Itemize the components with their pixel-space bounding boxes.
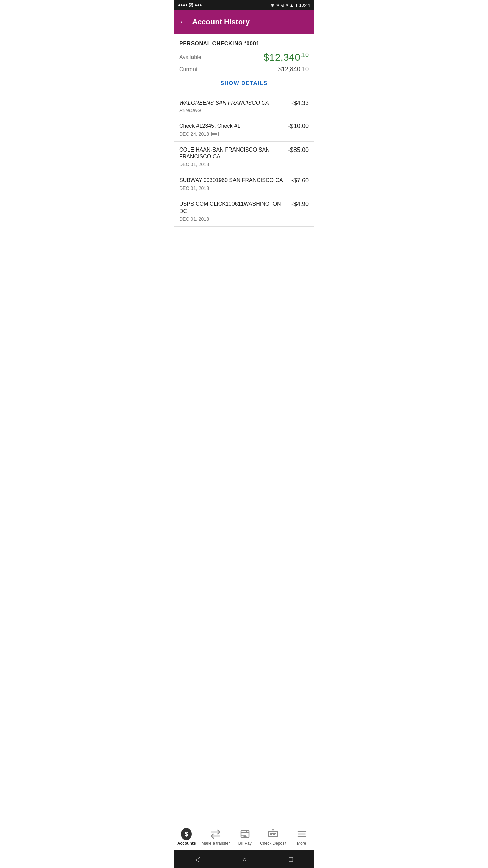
nav-label-billpay: Bill Pay [238, 841, 252, 846]
transaction-info: COLE HAAN-SAN FRANCISCO SAN FRANCISCO CA… [179, 146, 284, 167]
transaction-name: SUBWAY 00301960 SAN FRANCISCO CA [179, 177, 287, 184]
transfer-icon-container [210, 829, 221, 840]
transactions-list: WALGREENS SAN FRANCISCO CA PENDING -$4.3… [174, 95, 314, 825]
signal-dots: ●●●● [178, 3, 188, 7]
available-label: Available [179, 54, 201, 60]
billpay-icon-container [240, 829, 250, 840]
battery-icon: ▮ [295, 3, 298, 8]
current-label: Current [179, 66, 197, 73]
nav-label-transfer: Make a transfer [202, 841, 230, 846]
status-left: ●●●● 🖼 ●●● [178, 3, 202, 7]
available-balance-row: Available $12,340.10 [179, 52, 309, 63]
nav-item-more[interactable]: More [291, 829, 312, 846]
transaction-amount: -$7.60 [291, 177, 309, 184]
bottom-nav: $ Accounts Make a transfer [174, 825, 314, 850]
nav-label-accounts: Accounts [177, 841, 196, 846]
system-bar: ◁ ○ □ [174, 850, 314, 868]
bluetooth-icon: ✶ [276, 3, 280, 8]
dnd-icon: ⊖ [281, 3, 285, 8]
page-title: Account History [192, 18, 250, 26]
transaction-name: WALGREENS SAN FRANCISCO CA [179, 100, 287, 107]
header: ← Account History [174, 10, 314, 34]
status-bar: ●●●● 🖼 ●●● ⊕ ✶ ⊖ ▾ ▲ ▮ 10:44 [174, 0, 314, 10]
nav-item-transfer[interactable]: Make a transfer [202, 829, 230, 846]
transaction-amount: -$10.00 [288, 123, 309, 130]
status-right: ⊕ ✶ ⊖ ▾ ▲ ▮ 10:44 [271, 3, 310, 8]
available-amount: $12,340.10 [264, 52, 309, 63]
available-cents: .10 [300, 52, 309, 58]
checkdeposit-icon [268, 829, 279, 840]
transaction-date: DEC 01, 2018 [179, 216, 287, 222]
signal-icon: ▲ [290, 3, 294, 8]
show-details-button[interactable]: SHOW DETAILS [179, 76, 309, 91]
transaction-status: PENDING [179, 107, 287, 113]
transaction-date: DEC 24, 2018 [179, 131, 284, 137]
clock: 10:44 [299, 3, 310, 8]
more-icon [296, 829, 307, 840]
more-icon-container [296, 829, 307, 840]
transaction-amount: -$85.00 [288, 146, 309, 154]
nav-item-billpay[interactable]: Bill Pay [235, 829, 255, 846]
transaction-item[interactable]: USPS.COM CLICK100611WASHINGTON DC DEC 01… [174, 196, 314, 227]
current-amount: $12,840.10 [278, 66, 309, 73]
photo-icon: 🖼 [189, 3, 193, 7]
transaction-item[interactable]: SUBWAY 00301960 SAN FRANCISCO CA DEC 01,… [174, 172, 314, 196]
transaction-info: USPS.COM CLICK100611WASHINGTON DC DEC 01… [179, 201, 287, 222]
transaction-amount: -$4.90 [291, 201, 309, 208]
home-system-button[interactable]: ○ [242, 855, 246, 863]
account-summary: PERSONAL CHECKING *0001 Available $12,34… [174, 34, 314, 95]
transaction-item[interactable]: COLE HAAN-SAN FRANCISCO SAN FRANCISCO CA… [174, 142, 314, 173]
network-dots: ●●● [195, 3, 202, 7]
back-button[interactable]: ← [179, 18, 187, 26]
current-balance-row: Current $12,840.10 [179, 66, 309, 73]
transaction-name: COLE HAAN-SAN FRANCISCO SAN FRANCISCO CA [179, 146, 284, 161]
back-arrow-icon: ← [179, 18, 187, 26]
transaction-info: Check #12345: Check #1 DEC 24, 2018 [179, 123, 284, 137]
nav-item-checkdeposit[interactable]: Check Deposit [260, 829, 286, 846]
transaction-name: USPS.COM CLICK100611WASHINGTON DC [179, 201, 287, 215]
sync-icon: ⊕ [271, 3, 274, 8]
transaction-date: DEC 01, 2018 [179, 162, 284, 167]
wifi-icon: ▾ [286, 3, 288, 8]
transaction-item[interactable]: Check #12345: Check #1 DEC 24, 2018 -$10… [174, 118, 314, 142]
account-name: PERSONAL CHECKING *0001 [179, 41, 309, 47]
checkdeposit-icon-container [268, 829, 279, 840]
transaction-info: SUBWAY 00301960 SAN FRANCISCO CA DEC 01,… [179, 177, 287, 191]
available-whole: $12,340 [264, 52, 300, 63]
transaction-amount: -$4.33 [291, 100, 309, 107]
nav-label-more: More [297, 841, 306, 846]
billpay-icon [240, 829, 250, 840]
transfer-icon [210, 829, 221, 840]
transaction-info: WALGREENS SAN FRANCISCO CA PENDING [179, 100, 287, 113]
recent-system-button[interactable]: □ [289, 855, 293, 863]
nav-label-checkdeposit: Check Deposit [260, 841, 286, 846]
accounts-icon: $ [181, 828, 192, 840]
back-system-button[interactable]: ◁ [195, 855, 200, 863]
transaction-name: Check #12345: Check #1 [179, 123, 284, 130]
nav-item-accounts[interactable]: $ Accounts [176, 829, 197, 846]
accounts-icon-container: $ [181, 829, 192, 840]
transaction-item[interactable]: WALGREENS SAN FRANCISCO CA PENDING -$4.3… [174, 95, 314, 118]
transaction-date: DEC 01, 2018 [179, 185, 287, 191]
check-image-icon [211, 132, 219, 136]
